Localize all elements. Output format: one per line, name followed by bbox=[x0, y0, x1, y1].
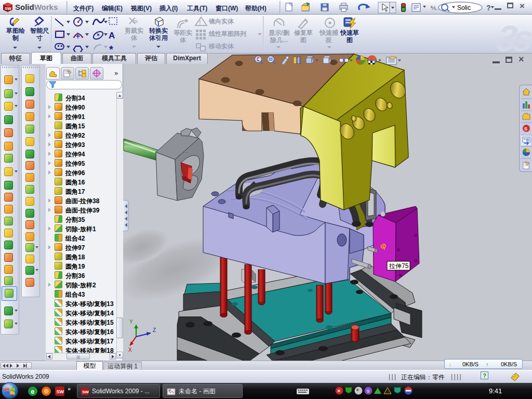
svg-text:!: ! bbox=[199, 19, 201, 25]
svg-text:⅍..: ⅍.. bbox=[430, 5, 439, 11]
svg-text:SW: SW bbox=[82, 390, 89, 394]
svg-text:×: × bbox=[337, 388, 340, 394]
svg-text:X: X bbox=[128, 347, 132, 353]
svg-text:Z: Z bbox=[153, 327, 156, 333]
svg-text:Solic: Solic bbox=[457, 4, 471, 11]
svg-text:*: * bbox=[356, 388, 359, 395]
svg-text:S: S bbox=[524, 126, 527, 131]
svg-text:9: 9 bbox=[367, 389, 369, 394]
svg-text:+: + bbox=[304, 17, 307, 23]
svg-text:?: ? bbox=[486, 4, 491, 12]
svg-text:SW: SW bbox=[57, 389, 64, 394]
svg-text:A: A bbox=[109, 31, 115, 41]
svg-text:SW: SW bbox=[5, 6, 11, 11]
svg-text:e: e bbox=[31, 388, 34, 395]
svg-text:»: » bbox=[68, 385, 71, 392]
svg-text:拉伸75: 拉伸75 bbox=[389, 262, 409, 270]
svg-text:Y: Y bbox=[129, 319, 133, 325]
